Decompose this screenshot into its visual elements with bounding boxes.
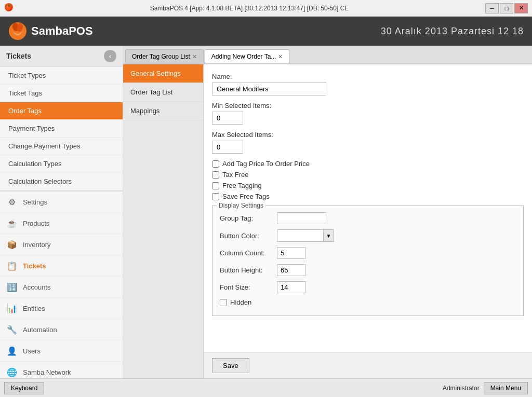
hidden-checkbox[interactable] [220,299,227,306]
free-tagging-checkbox[interactable] [212,182,219,189]
sidebar-item-order-tags[interactable]: Order Tags [0,102,123,120]
main-menu-button[interactable]: Main Menu [484,382,528,394]
nav-item-users[interactable]: 👤 Users [0,340,123,362]
group-tag-label: Group Tag: [220,214,277,222]
max-selected-group: Max Selected Items: [212,131,524,154]
button-color-dropdown[interactable]: ▼ [277,229,334,242]
color-arrow-button[interactable]: ▼ [324,229,334,242]
name-label: Name: [212,73,524,80]
nav-label-inventory: Inventory [23,241,50,249]
min-selected-label: Min Selected Items: [212,102,524,109]
logo-icon [8,22,27,40]
max-selected-input[interactable] [212,141,243,154]
tab-close-2[interactable]: ✕ [278,53,283,60]
name-input[interactable] [212,83,326,95]
tickets-icon: 📋 [6,260,18,271]
nav-label-entities: Entities [23,305,45,312]
button-color-row: Button Color: ▼ [220,229,516,242]
title-bar-icon: 🍎 [4,3,14,13]
sidebar-section-header: Tickets ‹ [0,46,123,67]
sidebar: Tickets ‹ Ticket Types Ticket Tags Order… [0,46,123,378]
header-date: 30 Aralık 2013 Pazartesi 12 18 [381,26,524,37]
free-tagging-label: Free Tagging [222,182,262,189]
inventory-icon: 📦 [6,239,18,250]
nav-label-products: Products [23,220,49,227]
sub-sidebar-general-settings[interactable]: General Settings [123,64,203,83]
min-selected-group: Min Selected Items: [212,102,524,125]
form-area: Name: Min Selected Items: Max Selected I… [204,64,532,352]
button-height-input[interactable] [277,264,305,276]
nav-label-samba-network: Samba Network [23,368,71,376]
main-layout: Tickets ‹ Ticket Types Ticket Tags Order… [0,46,532,378]
sidebar-item-ticket-tags[interactable]: Ticket Tags [0,85,123,102]
min-selected-input[interactable] [212,112,243,125]
tax-free-checkbox[interactable] [212,171,219,179]
tab-bar: Order Tag Group List ✕ Adding New Order … [123,46,532,64]
save-free-tags-label: Save Free Tags [222,193,270,200]
keyboard-button[interactable]: Keyboard [4,382,44,394]
column-count-label: Column Count: [220,249,277,257]
nav-item-accounts[interactable]: 🔢 Accounts [0,277,123,298]
save-bar: Save [204,352,532,378]
sub-sidebar-order-tag-list[interactable]: Order Tag List [123,83,203,102]
sub-sidebar-mappings[interactable]: Mappings [123,102,203,120]
maximize-button[interactable]: □ [500,3,513,13]
content-area: Order Tag Group List ✕ Adding New Order … [123,46,532,378]
sidebar-item-calculation-types[interactable]: Calculation Types [0,155,123,173]
save-button[interactable]: Save [212,358,249,373]
nav-item-inventory[interactable]: 📦 Inventory [0,234,123,255]
sidebar-section-title: Tickets [6,52,31,60]
nav-label-users: Users [23,347,41,355]
svg-text:🍎: 🍎 [6,4,12,11]
title-bar: 🍎 SambaPOS 4 [App: 4.1.08 BETA] [30.12.2… [0,0,532,17]
nav-item-products[interactable]: ☕ Products [0,213,123,234]
nav-item-automation[interactable]: 🔧 Automation [0,319,123,340]
nav-label-accounts: Accounts [23,283,50,291]
add-tag-price-checkbox[interactable] [212,160,219,168]
font-size-input[interactable] [277,281,305,293]
sidebar-item-payment-types[interactable]: Payment Types [0,120,123,138]
title-bar-controls: ─ □ ✕ [485,3,528,13]
checkbox-save-free-tags: Save Free Tags [212,193,524,200]
tab-label-1: Order Tag Group List [132,53,190,60]
nav-item-tickets[interactable]: 📋 Tickets [0,255,123,277]
tab-label-2: Adding New Order Ta... [211,53,276,60]
display-settings-group: Display Settings Group Tag: Button Color… [212,206,524,316]
samba-network-icon: 🌐 [6,366,18,378]
title-bar-text: SambaPOS 4 [App: 4.1.08 BETA] [30.12.201… [14,5,485,12]
tab-adding-new-order-tag[interactable]: Adding New Order Ta... ✕ [205,49,290,63]
minimize-button[interactable]: ─ [485,3,499,13]
logo: SambaPOS [8,22,93,40]
sidebar-item-calculation-selectors[interactable]: Calculation Selectors [0,173,123,190]
group-tag-row: Group Tag: [220,212,516,224]
panel: General Settings Order Tag List Mappings… [123,64,532,378]
app-header: SambaPOS 30 Aralık 2013 Pazartesi 12 18 [0,17,532,46]
users-icon: 👤 [6,345,18,357]
tab-order-tag-group-list[interactable]: Order Tag Group List ✕ [125,49,204,63]
status-right: Administrator Main Menu [443,382,528,394]
font-size-label: Font Size: [220,283,277,291]
admin-text: Administrator [443,385,480,392]
nav-label-settings: Settings [23,198,47,206]
nav-item-samba-network[interactable]: 🌐 Samba Network [0,362,123,383]
sidebar-item-change-payment[interactable]: Change Payment Types [0,138,123,155]
group-tag-input[interactable] [277,212,326,224]
nav-item-settings[interactable]: ⚙ Settings [0,191,123,213]
entities-icon: 📊 [6,303,18,314]
column-count-row: Column Count: [220,247,516,259]
tab-close-1[interactable]: ✕ [192,53,197,60]
automation-icon: 🔧 [6,324,18,335]
hidden-label: Hidden [230,298,251,306]
checkbox-tax-free: Tax Free [212,171,524,179]
nav-label-automation: Automation [23,326,57,334]
button-height-label: Button Height: [220,266,277,274]
button-height-row: Button Height: [220,264,516,276]
nav-label-tickets: Tickets [23,262,46,270]
sidebar-back-button[interactable]: ‹ [104,50,116,62]
sidebar-item-ticket-types[interactable]: Ticket Types [0,67,123,85]
add-tag-price-label: Add Tag Price To Order Price [222,160,310,168]
close-button[interactable]: ✕ [514,3,528,13]
column-count-input[interactable] [277,247,305,259]
nav-item-entities[interactable]: 📊 Entities [0,298,123,319]
save-free-tags-checkbox[interactable] [212,193,219,200]
